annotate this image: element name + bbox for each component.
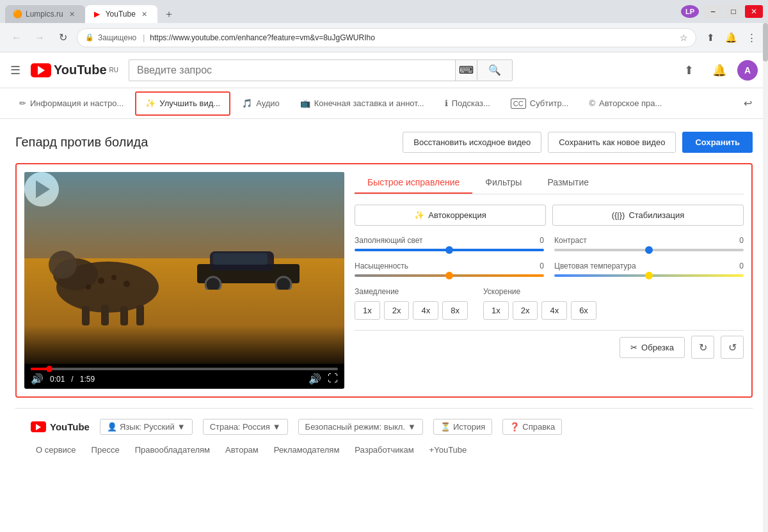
header-icons: ⬆ 🔔 A: [676, 58, 758, 83]
contrast-label-row: Контраст 0: [554, 236, 744, 245]
help-link[interactable]: ❓ Справка: [502, 419, 562, 435]
footer-link-plus[interactable]: +YouTube: [424, 442, 472, 457]
new-tab-button[interactable]: ＋: [157, 5, 180, 23]
fill-light-track[interactable]: [355, 249, 544, 251]
reload-button[interactable]: ↻: [54, 29, 72, 47]
tab-copyright[interactable]: © Авторское пра...: [580, 91, 671, 116]
search-button[interactable]: 🔍: [477, 59, 513, 81]
saturation-track[interactable]: [355, 274, 544, 277]
upload-icon[interactable]: ⬆: [701, 29, 719, 47]
right-controls: 🔊 ⛶: [308, 373, 338, 385]
tab-subtitles[interactable]: CC Субтитр...: [502, 91, 578, 116]
address-bar-icons: ⬆ 🔔 ⋮: [701, 29, 760, 47]
scrollbar-track: [763, 52, 768, 532]
undo-button[interactable]: ↺: [721, 336, 744, 359]
total-time: 1:59: [80, 375, 95, 384]
speedup-2x[interactable]: 2x: [513, 301, 538, 320]
volume-icon[interactable]: 🔊: [31, 373, 44, 385]
safe-mode-chevron: ▼: [408, 422, 416, 432]
page-content: Гепард против болида Восстановить исходн…: [0, 119, 768, 480]
hamburger-menu-icon[interactable]: ☰: [10, 63, 20, 77]
slowdown-4x[interactable]: 4x: [413, 301, 438, 320]
fill-light-value: 0: [540, 236, 544, 245]
svg-rect-13: [213, 253, 268, 265]
yt-logo[interactable]: YouTubeRU: [31, 63, 118, 77]
colortemp-track[interactable]: [554, 274, 744, 277]
fullscreen-icon[interactable]: ⛶: [328, 373, 338, 385]
search-bar: ⌨ 🔍: [129, 59, 513, 81]
slowdown-8x[interactable]: 8x: [442, 301, 468, 320]
autocorrect-button[interactable]: ✨ Автокоррекция: [355, 205, 546, 226]
redo-button[interactable]: ↻: [691, 336, 714, 359]
footer-link-press[interactable]: Прессе: [86, 442, 125, 457]
keyboard-icon[interactable]: ⌨: [455, 59, 477, 81]
stabilize-button[interactable]: ({|}) Стабилизация: [552, 205, 744, 226]
tab-youtube[interactable]: ▶ YouTube ✕: [85, 5, 157, 23]
youtube-tab-close[interactable]: ✕: [140, 9, 150, 19]
tab-cards[interactable]: ℹ Подсказ...: [436, 91, 499, 116]
progress-bar[interactable]: [31, 368, 338, 370]
scrollbar-thumb[interactable]: [763, 52, 768, 61]
filters-tab[interactable]: Фильтры: [472, 172, 534, 194]
speedup-6x[interactable]: 6x: [571, 301, 596, 320]
crop-button[interactable]: ✂ Обрезка: [620, 337, 685, 358]
back-button[interactable]: ←: [8, 29, 26, 47]
language-selector[interactable]: 👤 Язык: Русский ▼: [100, 419, 193, 435]
svg-point-15: [276, 277, 291, 290]
back-arrow-icon[interactable]: ↩: [737, 93, 758, 114]
lumpics-tab-close[interactable]: ✕: [67, 9, 77, 19]
url-separator: |: [143, 33, 145, 42]
fill-light-label-row: Заполняющий свет 0: [355, 236, 544, 245]
tab-lumpics[interactable]: 🟠 Lumpics.ru ✕: [5, 5, 85, 23]
enhance-tabs: Быстрое исправление Фильтры Размытие: [355, 172, 744, 194]
svg-rect-7: [82, 306, 90, 325]
stabilize-icon: ({|}): [612, 210, 625, 220]
tab-endscreen-label: Конечная заставка и аннот...: [314, 98, 424, 108]
footer-link-advertisers[interactable]: Рекламодателям: [269, 442, 345, 457]
bell-icon[interactable]: 🔔: [707, 58, 732, 83]
upload-header-icon[interactable]: ⬆: [676, 58, 701, 83]
speedup-label: Ускорение: [483, 287, 596, 296]
bookmark-icon[interactable]: ☆: [680, 33, 688, 43]
save-new-button[interactable]: Сохранить как новое видео: [548, 132, 676, 153]
minimize-button[interactable]: –: [704, 5, 722, 18]
colortemp-label-row: Цветовая температура 0: [554, 262, 744, 270]
notification-icon[interactable]: 🔔: [722, 29, 740, 47]
footer-link-about[interactable]: О сервисе: [31, 442, 81, 457]
tab-audio[interactable]: 🎵 Аудио: [233, 91, 289, 116]
speedup-1x[interactable]: 1x: [483, 301, 509, 320]
contrast-track[interactable]: [554, 249, 744, 251]
slowdown-label: Замедление: [355, 287, 468, 296]
editor-area: 🔊 0:01 / 1:59 🔊 ⛶: [15, 163, 753, 398]
save-button[interactable]: Сохранить: [682, 132, 753, 153]
menu-icon[interactable]: ⋮: [742, 29, 760, 47]
maximize-button[interactable]: □: [724, 5, 742, 18]
slowdown-2x[interactable]: 2x: [384, 301, 410, 320]
slowdown-1x[interactable]: 1x: [355, 301, 380, 320]
address-bar: ← → ↻ 🔒 Защищено | https://www.youtube.c…: [0, 23, 768, 52]
volume-right-icon[interactable]: 🔊: [308, 373, 321, 385]
blur-tab[interactable]: Размытие: [534, 172, 602, 194]
footer-link-developers[interactable]: Разработчикам: [349, 442, 419, 457]
search-input[interactable]: [129, 59, 455, 81]
url-bar[interactable]: 🔒 Защищено | https://www.youtube.com/enh…: [77, 28, 696, 47]
footer-link-copyright[interactable]: Правообладателям: [130, 442, 215, 457]
close-button[interactable]: ✕: [745, 5, 763, 18]
tab-endscreen[interactable]: 📺 Конечная заставка и аннот...: [291, 91, 433, 116]
restore-button[interactable]: Восстановить исходное видео: [403, 132, 541, 153]
help-icon: ❓: [509, 422, 520, 432]
saturation-label: Насыщенность: [355, 262, 408, 270]
tab-info[interactable]: ✏ Информация и настро...: [10, 91, 132, 116]
speedup-buttons: 1x 2x 4x 6x: [483, 301, 596, 320]
quick-fix-tab[interactable]: Быстрое исправление: [355, 172, 472, 194]
country-selector[interactable]: Страна: Россия ▼: [203, 419, 288, 435]
speedup-4x[interactable]: 4x: [541, 301, 567, 320]
user-avatar[interactable]: A: [737, 60, 758, 81]
tab-audio-label: Аудио: [256, 98, 280, 108]
footer-link-authors[interactable]: Авторам: [220, 442, 264, 457]
tab-enhance[interactable]: ✨ Улучшить вид...: [135, 91, 230, 116]
forward-button[interactable]: →: [31, 29, 49, 47]
history-link[interactable]: ⏳ История: [433, 419, 492, 435]
safe-mode-selector[interactable]: Безопасный режим: выкл. ▼: [298, 419, 423, 435]
crop-label: Обрезка: [641, 343, 674, 352]
